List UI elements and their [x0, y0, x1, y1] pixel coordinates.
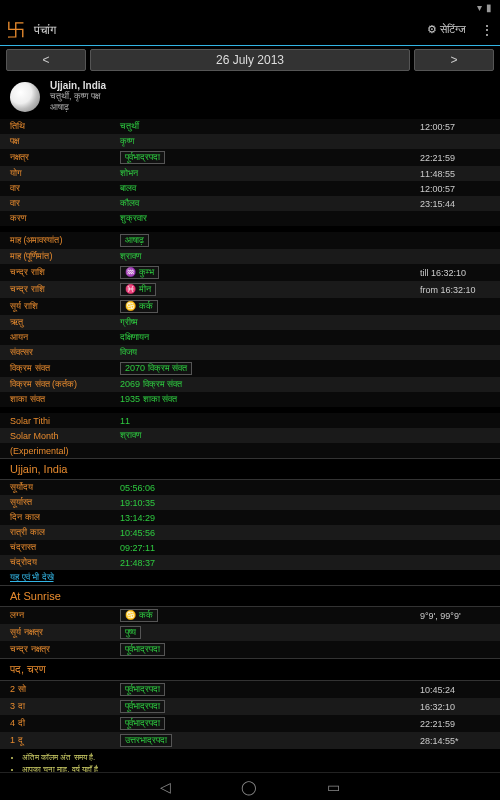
row-time: 22:21:59 — [410, 715, 500, 732]
row-label: 1 दू — [0, 732, 110, 749]
table-row: ऋतुग्रीष्म — [0, 315, 500, 330]
solar-table: Solar Tithi11Solar Monthश्रावण(Experimen… — [0, 413, 500, 458]
row-time — [410, 540, 500, 555]
row-label: चन्द्र राशि — [0, 281, 110, 298]
row-time: 23:15:44 — [410, 196, 500, 211]
table-row: माह (अमावस्यांत)आषाढ़ — [0, 232, 500, 249]
row-value: चतुर्थी — [110, 119, 410, 134]
row-time: till 16:32:10 — [410, 264, 500, 281]
panchang-table-2: माह (अमावस्यांत)आषाढ़माह (पूर्णिमांत)श्र… — [0, 232, 500, 407]
datebar: < 26 July 2013 > — [0, 46, 500, 74]
row-value: कौलव — [110, 196, 410, 211]
row-value: 1935 शाका संवत — [110, 392, 410, 407]
row-value — [110, 443, 410, 458]
row-label: चन्द्र राशि — [0, 264, 110, 281]
table-row: शाका संवत1935 शाका संवत — [0, 392, 500, 407]
row-label: वार — [0, 181, 110, 196]
overflow-menu[interactable]: ⋮ — [480, 22, 494, 38]
content-scroll[interactable]: Ujjain, India चतुर्थी, कृष्ण पक्ष आषाढ़ … — [0, 74, 500, 794]
row-value: ♋ कर्क — [110, 607, 410, 624]
row-time — [410, 298, 500, 315]
row-time: 10:45:24 — [410, 681, 500, 698]
table-row: योगशोभन11:48:55 — [0, 166, 500, 181]
app-icon: 卐 — [6, 20, 26, 40]
sunrise-table: लग्न♋ कर्क9°9', 99°9'सूर्य नक्षत्रपुष्यच… — [0, 607, 500, 658]
row-value: पूर्वभाद्रपदा — [110, 715, 410, 732]
battery-icon: ▮ — [486, 2, 492, 13]
table-row: चन्द्र राशि♒ कुम्भtill 16:32:10 — [0, 264, 500, 281]
table-row: करणशुक्रवार — [0, 211, 500, 226]
row-time — [410, 330, 500, 345]
prev-date-button[interactable]: < — [6, 49, 86, 71]
row-time — [410, 510, 500, 525]
row-label: तिथि — [0, 119, 110, 134]
table-row: दिन काल13:14:29 — [0, 510, 500, 525]
row-time: 12:00:57 — [410, 119, 500, 134]
row-label: चंद्रोदय — [0, 555, 110, 570]
row-time: 28:14:55* — [410, 732, 500, 749]
row-value: बालव — [110, 181, 410, 196]
location-header: Ujjain, India चतुर्थी, कृष्ण पक्ष आषाढ़ — [0, 74, 500, 119]
table-row: माह (पूर्णिमांत)श्रावण — [0, 249, 500, 264]
settings-label: सेटिंग्ज — [440, 23, 466, 36]
app-title: पंचांग — [34, 23, 419, 37]
row-label: 4 दी — [0, 715, 110, 732]
row-label: योग — [0, 166, 110, 181]
recent-button[interactable]: ▭ — [327, 779, 340, 795]
row-time — [410, 392, 500, 407]
more-link[interactable]: यह एवं भी देखे — [0, 570, 500, 585]
next-date-button[interactable]: > — [414, 49, 494, 71]
row-label: 3 दा — [0, 698, 110, 715]
table-row: सूर्योदय05:56:06 — [0, 480, 500, 495]
section-ujjain: Ujjain, India — [0, 458, 500, 480]
android-navbar: ◁ ◯ ▭ — [0, 772, 500, 800]
table-row: सूर्य राशि♋ कर्क — [0, 298, 500, 315]
row-time — [410, 345, 500, 360]
table-row: 3 दापूर्वभाद्रपदा16:32:10 — [0, 698, 500, 715]
row-time: 16:32:10 — [410, 698, 500, 715]
row-value: ♋ कर्क — [110, 298, 410, 315]
back-button[interactable]: ◁ — [160, 779, 171, 795]
row-time — [410, 413, 500, 428]
row-value: विजय — [110, 345, 410, 360]
row-value: कृष्ण — [110, 134, 410, 149]
note-item: अंतिम कॉलम अंत समय है. — [22, 752, 484, 764]
table-row: विक्रम संवत2070 विक्रम संवत — [0, 360, 500, 377]
row-value: ग्रीष्म — [110, 315, 410, 330]
row-label: करण — [0, 211, 110, 226]
row-value: दक्षिणायन — [110, 330, 410, 345]
row-time — [410, 495, 500, 510]
row-time — [410, 232, 500, 249]
table-row: विक्रम संवत (कर्तक)2069 विक्रम संवत — [0, 377, 500, 392]
section-pada: पद, चरण — [0, 658, 500, 681]
table-row: चन्द्र नक्षत्रपूर्वभाद्रपदा — [0, 641, 500, 658]
row-value: 21:48:37 — [110, 555, 410, 570]
row-label: लग्न — [0, 607, 110, 624]
row-label: Solar Tithi — [0, 413, 110, 428]
row-value: पूर्वभाद्रपदा — [110, 681, 410, 698]
row-label: सूर्य नक्षत्र — [0, 624, 110, 641]
row-label: दिन काल — [0, 510, 110, 525]
home-button[interactable]: ◯ — [241, 779, 257, 795]
settings-button[interactable]: ⚙ सेटिंग्ज — [427, 23, 466, 36]
moon-phase-icon — [10, 82, 40, 112]
row-value: ♓ मीन — [110, 281, 410, 298]
date-button[interactable]: 26 July 2013 — [90, 49, 410, 71]
row-label: सूर्य राशि — [0, 298, 110, 315]
table-row: तिथिचतुर्थी12:00:57 — [0, 119, 500, 134]
row-time — [410, 134, 500, 149]
table-row: (Experimental) — [0, 443, 500, 458]
table-row: रात्री काल10:45:56 — [0, 525, 500, 540]
table-row: नक्षत्रपूर्वभाद्रपदा22:21:59 — [0, 149, 500, 166]
row-time — [410, 249, 500, 264]
row-value: 09:27:11 — [110, 540, 410, 555]
row-value: 19:10:35 — [110, 495, 410, 510]
row-time: 12:00:57 — [410, 181, 500, 196]
table-row: 2 सोपूर्वभाद्रपदा10:45:24 — [0, 681, 500, 698]
row-value: श्रावण — [110, 249, 410, 264]
row-value: श्रावण — [110, 428, 410, 443]
table-row: वारबालव12:00:57 — [0, 181, 500, 196]
row-time — [410, 624, 500, 641]
row-label: सूर्यास्त — [0, 495, 110, 510]
panchang-table-1: तिथिचतुर्थी12:00:57पक्षकृष्णनक्षत्रपूर्व… — [0, 119, 500, 226]
